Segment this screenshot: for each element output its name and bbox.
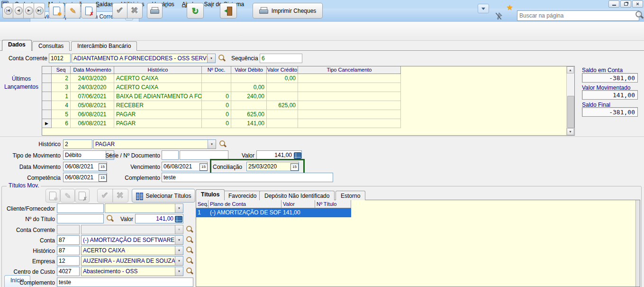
dropdown-arrow-icon[interactable] <box>175 257 183 265</box>
titulo-confirm-button[interactable]: ✔ <box>97 189 113 203</box>
restore-button[interactable] <box>620 0 631 8</box>
centro-custo-lookup-icon[interactable] <box>185 267 193 275</box>
titulo-historico-code-field[interactable] <box>57 246 80 255</box>
refresh-button[interactable]: ↻ <box>187 3 204 19</box>
delete-record-button[interactable]: ✗ <box>81 3 97 19</box>
column-header[interactable]: Histórico <box>114 66 202 74</box>
titulo-edit-button[interactable]: ✎ <box>60 189 75 203</box>
numero-titulo-field[interactable] <box>57 214 104 223</box>
tab-favorecido[interactable]: Favorecido <box>223 191 262 200</box>
conta-code-field[interactable] <box>57 235 80 245</box>
titulo-conta-corrente-code-field[interactable] <box>57 225 80 234</box>
titulo-conta-corrente-combo[interactable] <box>81 225 183 234</box>
conta-lookup-icon[interactable] <box>185 236 193 244</box>
table-row[interactable]: 224/03/2020ACERTO CAIXA0,00 <box>42 74 574 83</box>
centro-custo-code-field[interactable] <box>57 267 80 276</box>
conta-corrente-combo[interactable]: ADIANTAMENTO A FORNECEDORES - OSS SERVIÇ <box>72 54 216 63</box>
table-row[interactable]: 324/03/2020ACERTO CAIXA0,00 <box>42 83 574 92</box>
calculator-icon[interactable] <box>175 216 182 222</box>
favorite-star-icon[interactable]: ★ <box>507 3 513 12</box>
empresa-combo[interactable]: AUZENIRA - AUZENIRA DE SOUZA SILV <box>81 256 183 266</box>
column-header[interactable]: Nº Doc. <box>202 66 231 74</box>
scroll-down-icon[interactable]: ▼ <box>567 128 574 135</box>
dropdown-arrow-icon[interactable] <box>207 54 215 63</box>
tab-intercambio-bancario[interactable]: Intercâmbio Bancário <box>71 41 137 51</box>
grid-cell: 0 <box>202 110 231 119</box>
serie-field[interactable] <box>162 150 179 160</box>
search-icon[interactable] <box>635 10 644 20</box>
new-record-button[interactable]: ✱ <box>49 3 64 19</box>
historico-lookup-icon[interactable] <box>185 246 193 254</box>
dropdown-arrow-icon[interactable] <box>175 204 183 213</box>
complemento-field[interactable] <box>162 173 333 182</box>
table-row[interactable]: 506/08/2021PAGAR0625,00 <box>42 110 574 119</box>
exit-button[interactable] <box>220 3 237 19</box>
column-header[interactable]: Valor <box>281 200 315 208</box>
numero-documento-field[interactable] <box>180 150 228 160</box>
scroll-up-icon[interactable]: ▲ <box>567 66 574 74</box>
titulo-complemento-field[interactable] <box>57 278 193 287</box>
tab-deposito-nao-identificado[interactable]: Depósito Não Identificado <box>259 191 335 200</box>
column-header[interactable]: Tipo Cancelamento <box>298 66 401 74</box>
nav-last-button[interactable]: ▶| <box>34 3 45 19</box>
historico-code-field[interactable] <box>63 139 92 149</box>
column-header[interactable]: Seq. <box>196 200 209 208</box>
dropdown-arrow-icon[interactable] <box>175 246 183 255</box>
column-header[interactable]: Nº Título <box>315 200 351 208</box>
table-row[interactable]: 1(-) AMORTIZAÇÃO DE SOFTWARE141,00 <box>196 208 640 217</box>
historico-combo[interactable]: PAGAR <box>93 139 216 149</box>
column-header[interactable]: Plano de Conta <box>209 200 281 208</box>
nav-first-button[interactable]: |◀ <box>2 3 14 19</box>
tab-titulos[interactable]: Títulos <box>196 189 225 200</box>
centro-custo-combo[interactable]: Abastecimento - OSS <box>81 267 183 276</box>
imprimir-cheques-button[interactable]: Imprimir Cheques <box>253 3 323 19</box>
titulo-historico-combo[interactable]: ACERTO CAIXA <box>81 246 183 255</box>
dropdown-arrow-icon[interactable] <box>208 140 216 148</box>
empresa-lookup-icon[interactable] <box>185 257 193 265</box>
dropdown-arrow-icon[interactable] <box>175 236 183 244</box>
historico-lookup-icon[interactable] <box>218 140 227 148</box>
conta-corrente-code-field[interactable] <box>49 54 71 63</box>
tab-dados[interactable]: Dados <box>2 40 32 51</box>
date-picker-icon[interactable]: 15 <box>290 163 299 171</box>
search-input[interactable] <box>517 10 639 21</box>
empresa-code-field[interactable] <box>57 256 80 266</box>
table-row[interactable]: 107/06/2021BAIXA DE ADIANTAMENTO A FORNE… <box>42 92 574 101</box>
conta-corrente-lookup-icon[interactable] <box>185 225 193 233</box>
vertical-scrollbar[interactable]: ▲ ▼ <box>566 66 574 135</box>
close-button[interactable] <box>632 0 643 8</box>
column-header[interactable]: Seq <box>52 66 71 74</box>
cancel-icon: ✖ <box>131 5 139 16</box>
scrollbar-thumb[interactable] <box>567 96 574 128</box>
sequencia-field[interactable] <box>260 54 302 63</box>
calculator-icon[interactable] <box>294 152 301 159</box>
conta-corrente-lookup-icon[interactable] <box>218 54 226 62</box>
dropdown-arrow-icon[interactable] <box>175 267 183 276</box>
print-button[interactable] <box>147 3 163 19</box>
titulo-cancel-button[interactable]: ✖ <box>112 189 128 203</box>
titulo-delete-button[interactable]: ✗ <box>75 189 90 203</box>
table-row[interactable]: 405/08/2021RECEBER0625,00 <box>42 101 574 110</box>
confirm-button[interactable]: ✔ <box>112 3 128 19</box>
titulos-scrollbar[interactable] <box>635 200 640 287</box>
selecionar-titulos-button[interactable]: Selecionar Títulos <box>132 189 195 203</box>
cliente-fornecedor-combo[interactable] <box>105 204 183 213</box>
tab-consultas[interactable]: Consultas <box>32 41 70 51</box>
cliente-fornecedor-code-field[interactable] <box>57 204 104 213</box>
tab-estorno[interactable]: Estorno <box>336 191 365 200</box>
tab-options-button[interactable] <box>478 4 489 13</box>
titulo-new-button[interactable]: ✱ <box>45 189 60 203</box>
table-row[interactable]: ▶606/08/2021PAGAR0141,00 <box>42 119 574 128</box>
column-header[interactable]: Valor Crédito <box>267 66 298 74</box>
edit-record-button[interactable]: ✎ <box>65 3 81 19</box>
cancel-button[interactable]: ✖ <box>127 3 143 19</box>
column-header[interactable]: Valor Débito <box>231 66 267 74</box>
column-header[interactable]: Data Movimento <box>71 66 114 74</box>
conta-combo[interactable]: (-) AMORTIZAÇÃO DE SOFTWARE E S <box>81 235 183 245</box>
nav-prev-button[interactable]: ◀ <box>13 3 24 19</box>
unpin-icon[interactable] <box>494 12 503 20</box>
titulo-complemento-label: Complemento <box>0 279 55 286</box>
date-picker-icon[interactable]: 15 <box>200 163 208 171</box>
nav-next-button[interactable]: ▶ <box>23 3 35 19</box>
minimize-button[interactable] <box>608 0 619 8</box>
